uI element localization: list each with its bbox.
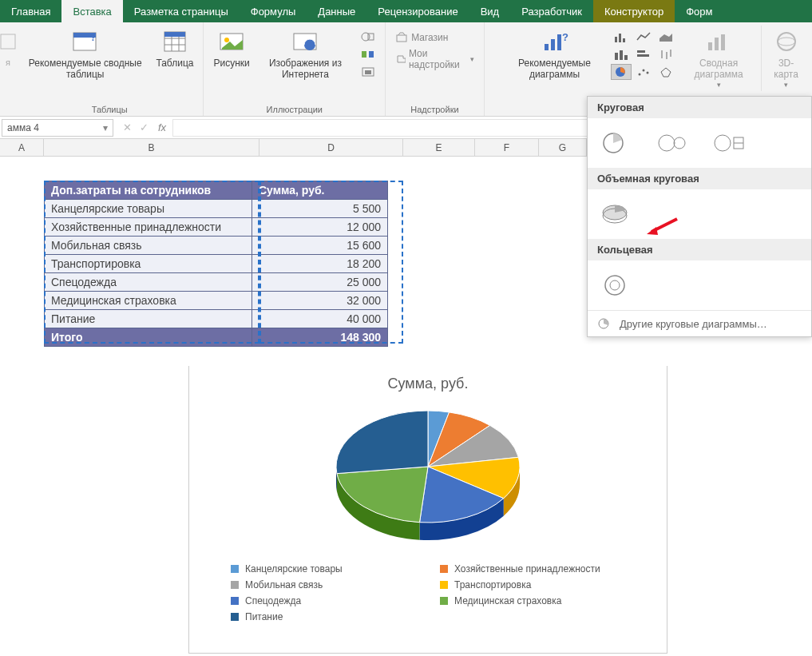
col-header[interactable]: B: [44, 139, 259, 156]
svg-rect-23: [557, 34, 561, 50]
svg-point-11: [224, 38, 229, 42]
svg-rect-27: [623, 38, 625, 42]
chart-type-pie[interactable]: [611, 64, 632, 80]
chart-type-scatter[interactable]: [633, 64, 654, 80]
addins-button[interactable]: Мои надстройки: [392, 46, 477, 72]
more-pie-charts[interactable]: Другие круговые диаграммы…: [588, 310, 811, 336]
table-button[interactable]: Таблица: [152, 26, 196, 70]
svg-point-49: [674, 137, 685, 149]
name-box-value: амма 4: [7, 122, 39, 133]
online-pictures-button[interactable]: Изображения из Интернета: [258, 26, 353, 82]
svg-rect-16: [362, 51, 366, 58]
table-label: Таблица: [156, 58, 193, 69]
chart-type-column[interactable]: [611, 29, 632, 45]
svg-text:?: ?: [90, 32, 96, 43]
ribbon-tab[interactable]: Разработчик: [510, 0, 593, 22]
col-header[interactable]: A: [0, 139, 44, 156]
group-addins-label: Надстройки: [392, 103, 477, 114]
col-header[interactable]: G: [539, 139, 587, 156]
table-cell[interactable]: 12 000: [252, 218, 388, 237]
pie-3d-option[interactable]: [597, 201, 632, 228]
total-val[interactable]: 148 300: [252, 328, 388, 347]
ribbon-tab[interactable]: Вид: [469, 0, 511, 22]
section-pie-2d: Круговая: [588, 97, 811, 118]
pivot-chart-label: Сводная диаграмма: [684, 58, 753, 81]
table-cell[interactable]: 40 000: [252, 310, 388, 328]
total-label[interactable]: Итого: [45, 328, 252, 347]
col-header[interactable]: E: [403, 139, 475, 156]
svg-point-39: [642, 70, 644, 72]
cancel-icon[interactable]: ✕: [123, 121, 132, 133]
online-pictures-label: Изображения из Интернета: [261, 58, 350, 81]
svg-point-45: [778, 33, 795, 50]
ribbon-tab[interactable]: Форм: [675, 0, 723, 22]
doughnut-option[interactable]: [597, 272, 632, 299]
chart-type-stock[interactable]: [656, 46, 676, 62]
recommended-pivot-button[interactable]: ? Рекомендуемые сводные таблицы: [22, 26, 148, 82]
table-cell[interactable]: 18 200: [252, 255, 388, 273]
ribbon-tab[interactable]: Конструктор: [593, 0, 675, 22]
svg-rect-19: [365, 70, 371, 74]
recommended-pivot-label: Рекомендуемые сводные таблицы: [26, 58, 145, 81]
svg-rect-22: [551, 39, 555, 50]
table-cell[interactable]: Питание: [45, 310, 252, 328]
chart-type-area[interactable]: [656, 29, 676, 45]
store-button[interactable]: Магазин: [392, 30, 477, 45]
pie-exploded-option[interactable]: [655, 129, 690, 157]
name-box[interactable]: амма 4 ▾: [2, 119, 113, 137]
svg-rect-0: [1, 34, 15, 49]
svg-point-55: [605, 276, 624, 295]
table-cell[interactable]: 15 600: [252, 237, 388, 255]
pie-chart: [308, 399, 548, 551]
col-header[interactable]: F: [475, 139, 539, 156]
header-cat[interactable]: Доп.затраты на сотрудников: [45, 181, 252, 200]
pie-chart-dropdown: Круговая Объемная круговая Кольцевая Дру…: [587, 96, 812, 337]
ribbon-tab[interactable]: Разметка страницы: [123, 0, 240, 22]
svg-rect-17: [369, 51, 374, 58]
ribbon-tab[interactable]: Формулы: [240, 0, 307, 22]
svg-rect-29: [615, 53, 618, 60]
table-cell[interactable]: Транспортировка: [45, 255, 252, 273]
svg-rect-33: [637, 54, 649, 57]
smartart-button[interactable]: [358, 46, 378, 62]
legend-item: Транспортировка: [440, 579, 625, 590]
section-pie-3d: Объемная круговая: [588, 168, 811, 189]
chart-preview[interactable]: Сумма, руб. Канцелярские товарыХозяйстве…: [188, 366, 667, 654]
legend-item: Хозяйственные принадлежности: [440, 563, 625, 574]
pie-bar-option[interactable]: [712, 129, 747, 157]
pivot-button-trunc[interactable]: я: [2, 26, 14, 70]
chart-type-grid: [611, 29, 676, 80]
ribbon-tab[interactable]: Главная: [0, 0, 61, 22]
header-val[interactable]: Сумма, руб.: [252, 181, 388, 200]
table-cell[interactable]: Канцелярские товары: [45, 200, 252, 218]
chart-type-bar[interactable]: [633, 46, 654, 62]
fx-icon[interactable]: fx: [158, 121, 172, 133]
enter-icon[interactable]: ✓: [140, 121, 149, 133]
shapes-button[interactable]: [358, 29, 378, 45]
3d-map-button[interactable]: 3D- карта: [766, 26, 806, 91]
table-cell[interactable]: Спецодежда: [45, 273, 252, 292]
table-cell[interactable]: 25 000: [252, 273, 388, 292]
svg-point-50: [715, 135, 731, 151]
col-header[interactable]: D: [259, 139, 403, 156]
table-cell[interactable]: 32 000: [252, 292, 388, 310]
ribbon-tab[interactable]: Вставка: [61, 0, 122, 22]
pivot-chart-button[interactable]: Сводная диаграмма: [681, 26, 756, 91]
ribbon-tab[interactable]: Рецензирование: [366, 0, 469, 22]
table-cell[interactable]: Мобильная связь: [45, 237, 252, 255]
table-cell[interactable]: Медицинская страховка: [45, 292, 252, 310]
chart-type-line[interactable]: [633, 29, 654, 45]
legend-item: Медицинская страховка: [440, 595, 625, 606]
pictures-button[interactable]: Рисунки: [210, 26, 252, 70]
ribbon-tab[interactable]: Данные: [307, 0, 366, 22]
svg-rect-44: [721, 34, 725, 50]
recommended-charts-button[interactable]: ? Рекомендуемые диаграммы: [503, 26, 606, 82]
svg-point-46: [778, 38, 795, 46]
screenshot-button[interactable]: [358, 64, 378, 80]
table-cell[interactable]: 5 500: [252, 200, 388, 218]
pie-2d-option[interactable]: [597, 129, 632, 157]
chart-type-radar[interactable]: [656, 64, 676, 80]
table-cell[interactable]: Хозяйственные принадлежности: [45, 218, 252, 237]
3d-map-label: 3D- карта: [770, 58, 802, 81]
chart-type-hist[interactable]: [611, 46, 632, 62]
